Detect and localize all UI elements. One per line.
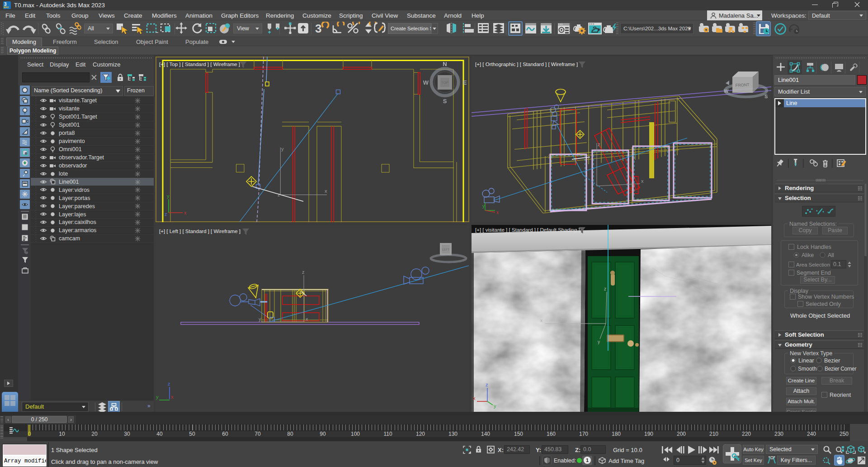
svg-text:[+] [ Left ] [ Standard ] [ Wi: [+] [ Left ] [ Standard ] [ Wireframe ] — [159, 229, 241, 234]
svg-text:3: 3 — [315, 22, 321, 35]
svg-text:[+] [ Orthographic ] [ Standar: [+] [ Orthographic ] [ Standard ] [ Wire… — [475, 62, 578, 67]
svg-text:y: y — [494, 403, 496, 409]
svg-text:x: x — [641, 178, 644, 184]
svg-text:z: z — [165, 211, 167, 217]
svg-text:N: N — [443, 61, 447, 67]
svg-text:x: x — [325, 188, 327, 194]
svg-text:[+] [ Top ] [ Standard ] [ Wir: [+] [ Top ] [ Standard ] [ Wireframe ] — [159, 62, 240, 67]
svg-text:y: y — [281, 146, 284, 152]
svg-text:W: W — [423, 79, 429, 86]
svg-text:W: W — [724, 88, 729, 94]
svg-text:y: y — [167, 193, 170, 199]
svg-text:y: y — [156, 394, 159, 400]
svg-text:x: x — [184, 210, 187, 215]
svg-text:[+] [ visitante ] [ Standard ]: [+] [ visitante ] [ Standard ] [ Default… — [475, 227, 580, 233]
svg-text:z: z — [302, 269, 305, 275]
svg-text:S: S — [764, 94, 768, 99]
svg-text:y: y — [259, 316, 261, 322]
svg-text:x: x — [306, 316, 308, 322]
svg-text:FRONT: FRONT — [735, 82, 750, 88]
svg-text:z: z — [168, 381, 170, 386]
svg-text:x: x — [496, 210, 499, 215]
svg-text:z: z — [604, 286, 606, 291]
svg-text:TOP: TOP — [441, 81, 448, 85]
svg-text:x: x — [473, 396, 476, 401]
svg-text:z: z — [598, 142, 600, 147]
svg-text:x: x — [171, 394, 174, 400]
svg-text:z: z — [486, 382, 488, 387]
svg-text:y: y — [482, 204, 485, 209]
svg-text:S: S — [443, 98, 447, 105]
svg-text:LEFT: LEFT — [442, 248, 450, 251]
svg-text:y: y — [598, 339, 600, 344]
svg-text:E: E — [463, 79, 467, 86]
svg-text:x: x — [540, 318, 542, 323]
